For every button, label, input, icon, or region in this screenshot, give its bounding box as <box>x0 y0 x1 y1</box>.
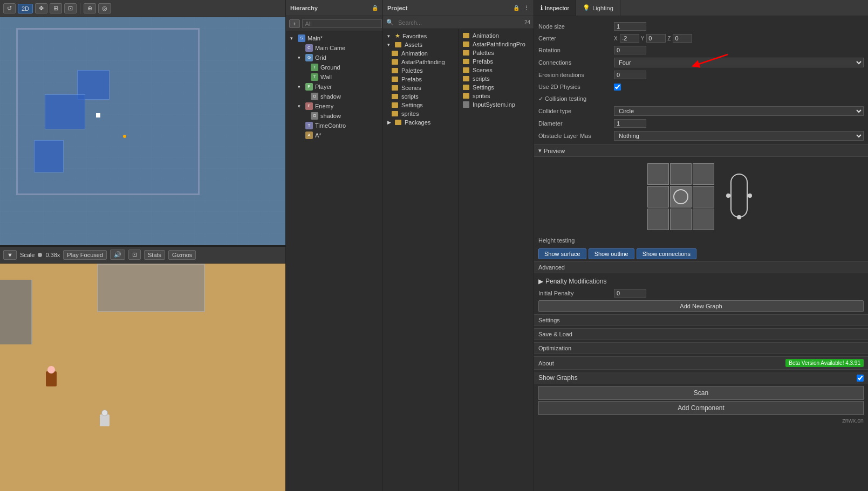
game-toolbar: ▼ Scale 0.38x Play Focused 🔊 ⊡ Stats Giz… <box>0 246 285 264</box>
optimization-section-header[interactable]: Optimization <box>534 342 868 354</box>
about-section-header[interactable]: About Beta Version Available! 4.3.91 <box>534 356 868 370</box>
pivot-button[interactable]: ⊕ <box>84 3 96 13</box>
hierarchy-item-label: Main Came <box>315 45 345 51</box>
layer-button[interactable]: ⊡ <box>64 3 77 13</box>
scenes-tree-item[interactable]: Scenes <box>383 84 458 92</box>
hierarchy-item-player[interactable]: ▾ P Player <box>286 82 382 92</box>
hierarchy-item-shadow2[interactable]: O shadow <box>286 111 382 121</box>
hierarchy-add-button[interactable]: + <box>289 19 300 28</box>
favorites-item[interactable]: ▾ ★ Favorites <box>383 31 458 40</box>
show-connections-button[interactable]: Show connections <box>637 248 696 259</box>
center-z-input[interactable] <box>673 34 692 43</box>
center-y-input[interactable] <box>646 34 666 43</box>
hierarchy-item-shadow1[interactable]: O shadow <box>286 92 382 101</box>
asset-scripts[interactable]: scripts <box>459 74 534 83</box>
asset-inputsystem[interactable]: InputSystem.inp <box>459 100 534 109</box>
gizmos-button[interactable]: Gizmos <box>168 250 196 260</box>
rotate-tool-button[interactable]: ↺ <box>3 3 16 13</box>
settings-tree-item[interactable]: Settings <box>383 101 458 109</box>
add-component-button[interactable]: Add Component <box>538 401 864 415</box>
folder-icon <box>395 120 401 125</box>
penalty-mod-row[interactable]: ▶ Penalty Modifications <box>538 275 864 287</box>
folder-label: Palettes <box>401 67 423 74</box>
hierarchy-search-input[interactable] <box>302 19 382 28</box>
palettes-tree-item[interactable]: Palettes <box>383 66 458 75</box>
erosion-input[interactable] <box>614 71 646 79</box>
asset-astarfinding[interactable]: AstarPathfindingPro <box>459 40 534 49</box>
packages-tree-item[interactable]: ▶ Packages <box>383 118 458 127</box>
save-load-section-header[interactable]: Save & Load <box>534 328 868 340</box>
node-size-input[interactable] <box>614 22 646 31</box>
show-graphs-checkbox[interactable] <box>857 375 864 382</box>
stats-button[interactable]: Stats <box>144 250 165 260</box>
play-focused-button[interactable]: Play Focused <box>63 250 107 260</box>
asset-palettes[interactable]: Palettes <box>459 49 534 57</box>
audio-button[interactable]: 🔊 <box>110 250 125 260</box>
hierarchy-item-grid[interactable]: ▾ G Grid <box>286 53 382 63</box>
sprites-tree-item[interactable]: sprites <box>383 109 458 118</box>
connections-select[interactable]: Four Eight <box>614 58 864 67</box>
preview-section-header[interactable]: ▾ Preview <box>534 144 868 157</box>
advanced-section-header[interactable]: Advanced <box>534 261 868 273</box>
diameter-row: Diameter <box>538 117 864 129</box>
settings-section-header[interactable]: Settings <box>534 314 868 326</box>
svg-point-5 <box>726 193 730 198</box>
scene-object-3 <box>34 140 64 172</box>
use2d-checkbox[interactable] <box>614 84 621 91</box>
lighting-tab[interactable]: 💡 Lighting <box>576 0 620 16</box>
2d-button[interactable]: 2D <box>18 4 33 13</box>
folder-icon <box>463 67 469 73</box>
asset-sprites[interactable]: sprites <box>459 92 534 100</box>
aspect-button[interactable]: ▼ <box>3 250 17 260</box>
animation-tree-item[interactable]: Animation <box>383 49 458 58</box>
astar-tree-item[interactable]: AstarPathfinding <box>383 58 458 66</box>
folder-label: Prefabs <box>401 76 422 82</box>
collider-type-select[interactable]: Circle Box Capsule <box>614 106 864 116</box>
hierarchy-item-enemy[interactable]: ▾ E Enemy <box>286 101 382 111</box>
rotation-input[interactable] <box>614 46 646 54</box>
asset-label: Palettes <box>473 50 494 56</box>
diameter-value <box>614 119 864 128</box>
display-button[interactable]: ⊡ <box>128 250 141 260</box>
advanced-label: Advanced <box>538 264 565 271</box>
add-new-graph-button[interactable]: Add New Graph <box>538 300 864 312</box>
folder-icon <box>392 85 398 91</box>
hierarchy-item-maincame[interactable]: C Main Came <box>286 43 382 53</box>
connections-row: Connections Four Eight <box>538 56 864 69</box>
connections-label: Connections <box>538 59 614 66</box>
hierarchy-item-ground[interactable]: T Ground <box>286 63 382 72</box>
watermark: znwx.cn <box>538 417 864 424</box>
expand-arrow: ▾ <box>290 36 296 41</box>
inspector-tab[interactable]: ℹ Inspector <box>534 0 576 16</box>
global-button[interactable]: ◎ <box>98 3 111 13</box>
assets-tree-item[interactable]: ▾ Assets <box>383 40 458 49</box>
center-value: X Y Z <box>614 34 864 43</box>
snap-button[interactable]: ⊞ <box>50 3 62 13</box>
hierarchy-item-astar[interactable]: A A* <box>286 130 382 140</box>
enemy-marker <box>123 135 126 138</box>
lighting-icon: 💡 <box>583 4 590 11</box>
initial-penalty-input[interactable] <box>614 289 646 298</box>
diameter-input[interactable] <box>614 119 646 128</box>
asset-settings[interactable]: Settings <box>459 83 534 92</box>
scan-button[interactable]: Scan <box>538 386 864 400</box>
move-tool-button[interactable]: ✥ <box>35 3 47 13</box>
asset-scenes[interactable]: Scenes <box>459 66 534 74</box>
show-surface-button[interactable]: Show surface <box>538 248 586 259</box>
scripts-tree-item[interactable]: scripts <box>383 92 458 101</box>
hierarchy-item-main[interactable]: ▾ S Main* <box>286 33 382 43</box>
show-outline-button[interactable]: Show outline <box>589 248 634 259</box>
hierarchy-item-timecontro[interactable]: T TimeContro <box>286 121 382 130</box>
obstacle-layer-select[interactable]: Nothing Everything <box>614 131 864 141</box>
folder-icon <box>463 76 469 81</box>
prefabs-tree-item[interactable]: Prefabs <box>383 75 458 84</box>
project-search-input[interactable] <box>396 18 524 27</box>
asset-animation[interactable]: Animation <box>459 31 534 40</box>
diameter-label: Diameter <box>538 120 614 127</box>
center-x-input[interactable] <box>620 34 639 43</box>
asset-prefabs[interactable]: Prefabs <box>459 57 534 66</box>
collision-check-prefix: ✓ <box>538 95 545 102</box>
project-title: Project <box>387 5 407 11</box>
hierarchy-item-wall[interactable]: T Wall <box>286 72 382 82</box>
connections-value: Four Eight <box>614 58 864 67</box>
